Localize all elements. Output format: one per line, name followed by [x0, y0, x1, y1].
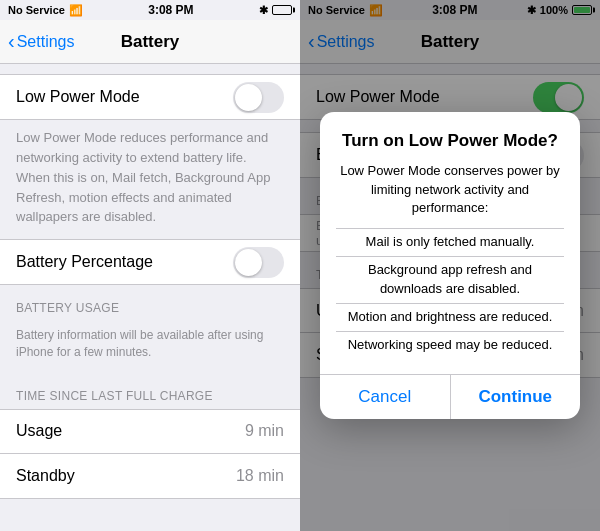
left-time-since-header: TIME SINCE LAST FULL CHARGE — [0, 373, 300, 409]
left-content: Low Power Mode Low Power Mode reduces pe… — [0, 64, 300, 531]
left-standby-value: 18 min — [236, 467, 284, 485]
modal-item-4: Networking speed may be reduced. — [336, 331, 564, 359]
modal-item-3: Motion and brightness are reduced. — [336, 303, 564, 331]
left-status-right: ✱ — [259, 4, 292, 17]
left-battery-pct-label: Battery Percentage — [16, 253, 233, 271]
modal-body: Low Power Mode conserves power by limiti… — [320, 160, 580, 375]
modal-item-2: Background app refresh and downloads are… — [336, 256, 564, 303]
modal-buttons: Cancel Continue — [320, 374, 580, 419]
left-battery-pct-toggle[interactable] — [233, 247, 284, 278]
left-battery-pct-group: Battery Percentage — [0, 239, 300, 285]
left-no-service: No Service — [8, 4, 65, 16]
left-standby-cell: Standby 18 min — [0, 454, 300, 498]
modal-overlay: Turn on Low Power Mode? Low Power Mode c… — [300, 0, 600, 531]
modal-title: Turn on Low Power Mode? — [320, 112, 580, 160]
left-low-power-desc-cell: Low Power Mode reduces performance and n… — [0, 120, 300, 239]
low-power-modal: Turn on Low Power Mode? Low Power Mode c… — [320, 112, 580, 420]
left-usage-cell: Usage 9 min — [0, 410, 300, 454]
left-back-label: Settings — [17, 33, 75, 51]
left-usage-value: 9 min — [245, 422, 284, 440]
left-low-power-label: Low Power Mode — [16, 88, 233, 106]
left-wifi-icon: 📶 — [69, 4, 83, 17]
right-panel: No Service 📶 3:08 PM ✱ 100% ‹ Settings B… — [300, 0, 600, 531]
left-battery-usage-header: BATTERY USAGE — [0, 285, 300, 321]
left-back-button[interactable]: ‹ Settings — [8, 32, 74, 51]
left-toggle-thumb — [235, 84, 262, 111]
left-chevron-icon: ‹ — [8, 31, 15, 51]
left-time-since-group: Usage 9 min Standby 18 min — [0, 409, 300, 499]
left-battery-usage-section: BATTERY USAGE Battery information will b… — [0, 285, 300, 373]
modal-item-1: Mail is only fetched manually. — [336, 228, 564, 256]
left-battery-pct-cell: Battery Percentage — [0, 240, 300, 284]
left-time-since-section: TIME SINCE LAST FULL CHARGE — [0, 373, 300, 409]
left-nav-bar: ‹ Settings Battery — [0, 20, 300, 64]
left-status-bar: No Service 📶 3:08 PM ✱ — [0, 0, 300, 20]
left-bluetooth-icon: ✱ — [259, 4, 268, 17]
left-battery-pct-thumb — [235, 249, 262, 276]
left-standby-label: Standby — [16, 467, 236, 485]
left-time: 3:08 PM — [148, 3, 193, 17]
left-usage-label: Usage — [16, 422, 245, 440]
modal-continue-button[interactable]: Continue — [451, 375, 581, 419]
left-panel: No Service 📶 3:08 PM ✱ ‹ Settings Batter… — [0, 0, 300, 531]
left-low-power-group: Low Power Mode — [0, 74, 300, 120]
left-battery-usage-footer: Battery information will be available af… — [0, 321, 300, 373]
modal-description: Low Power Mode conserves power by limiti… — [336, 162, 564, 219]
left-low-power-toggle[interactable] — [233, 82, 284, 113]
left-low-power-desc: Low Power Mode reduces performance and n… — [16, 130, 270, 224]
left-low-power-cell: Low Power Mode — [0, 75, 300, 119]
left-battery-icon — [272, 5, 292, 15]
left-nav-title: Battery — [121, 32, 180, 52]
modal-cancel-button[interactable]: Cancel — [320, 375, 451, 419]
left-status-left: No Service 📶 — [8, 4, 83, 17]
